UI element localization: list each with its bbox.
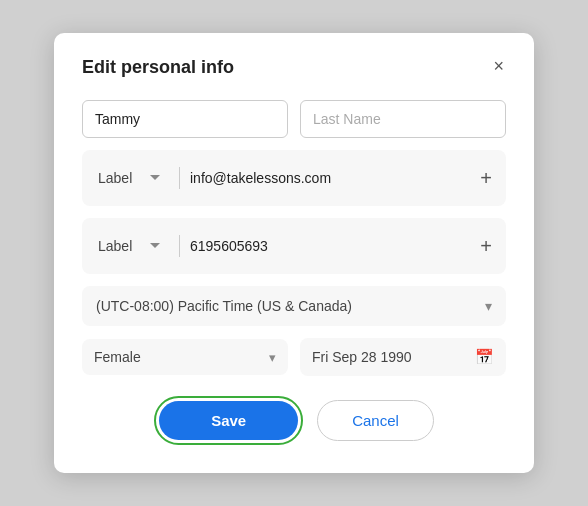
footer-row: Save Cancel	[82, 396, 506, 445]
phone-value: 6195605693	[190, 238, 468, 254]
timezone-value: (UTC-08:00) Pacific Time (US & Canada)	[96, 298, 352, 314]
save-button[interactable]: Save	[159, 401, 298, 440]
first-name-input[interactable]	[82, 100, 288, 138]
last-name-input[interactable]	[300, 100, 506, 138]
date-picker[interactable]: Fri Sep 28 1990 📅	[300, 338, 506, 376]
gender-chevron-icon: ▾	[269, 350, 276, 365]
divider	[179, 167, 180, 189]
divider	[179, 235, 180, 257]
gender-select-wrap[interactable]: Female Male Other ▾	[82, 339, 288, 375]
timezone-chevron-icon: ▾	[485, 298, 492, 314]
email-value: info@takelessons.com	[190, 170, 468, 186]
date-value: Fri Sep 28 1990	[312, 349, 412, 365]
cancel-button[interactable]: Cancel	[317, 400, 434, 441]
close-button[interactable]: ×	[491, 57, 506, 75]
add-email-button[interactable]: +	[478, 168, 494, 188]
gender-select[interactable]: Female Male Other	[94, 349, 263, 365]
gender-date-row: Female Male Other ▾ Fri Sep 28 1990 📅	[82, 338, 506, 376]
save-button-wrap: Save	[154, 396, 303, 445]
modal-title: Edit personal info	[82, 57, 234, 78]
modal-header: Edit personal info ×	[82, 57, 506, 78]
email-label-select[interactable]: Label	[94, 160, 169, 196]
phone-label-select[interactable]: Label	[94, 228, 169, 264]
phone-row: Label 6195605693 +	[82, 218, 506, 274]
calendar-icon: 📅	[475, 348, 494, 366]
email-row: Label info@takelessons.com +	[82, 150, 506, 206]
add-phone-button[interactable]: +	[478, 236, 494, 256]
edit-personal-info-modal: Edit personal info × Label info@takeless…	[54, 33, 534, 473]
name-row	[82, 100, 506, 138]
modal-overlay: Edit personal info × Label info@takeless…	[0, 0, 588, 506]
timezone-row[interactable]: (UTC-08:00) Pacific Time (US & Canada) ▾	[82, 286, 506, 326]
